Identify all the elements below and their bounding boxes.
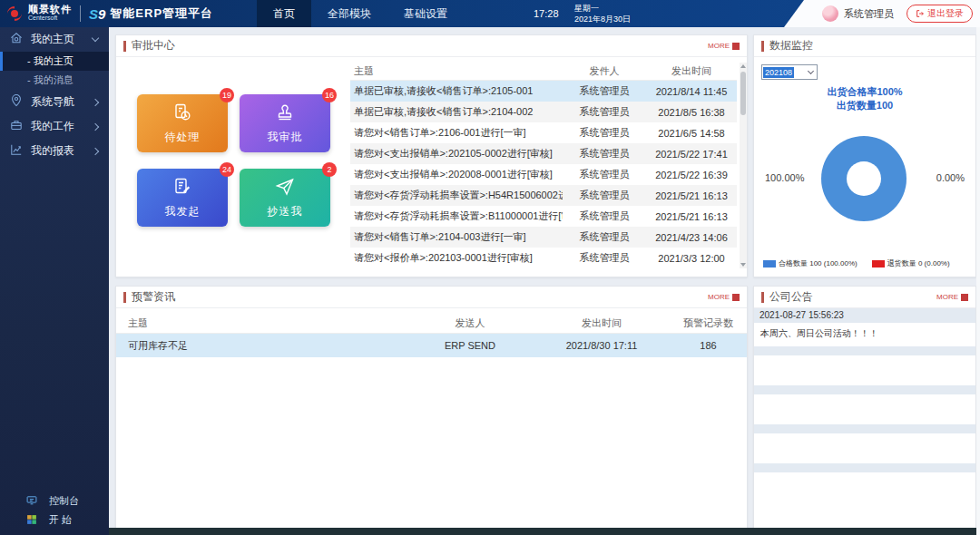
announce-more-link[interactable]: MORE [936, 293, 968, 301]
approval-row[interactable]: 单据已审核,请接收<销售订单>:2105-001系统管理员2021/8/14 1… [350, 81, 737, 102]
approval-scrollbar[interactable] [740, 63, 747, 268]
user-area: 系统管理员 退出登录 [784, 0, 980, 27]
row-sender: 系统管理员 [563, 251, 646, 265]
alert-news-panel: 预警资讯 MORE 主题发送人发出时间预警记录数 可用库存不足ERP SEND2… [115, 286, 748, 535]
chevron-right-icon [92, 147, 99, 154]
row-time: 2021/8/5 16:38 [646, 107, 737, 118]
chevron-right-icon [92, 98, 99, 105]
paper-plane-icon [274, 176, 296, 201]
nav-tab[interactable]: 首页 [257, 0, 311, 27]
user-avatar[interactable] [822, 5, 838, 22]
logout-label: 退出登录 [927, 7, 964, 20]
legend-swatch [763, 260, 776, 268]
row-subject: 请您对<报价单>:202103-0001进行[审核] [350, 251, 563, 265]
footer-item-label: 控制台 [49, 494, 79, 508]
row-sender: 系统管理员 [563, 126, 646, 140]
panel-accent-bar [123, 41, 126, 52]
sidebar-item[interactable]: 我的主页 [0, 27, 109, 52]
legend-label: 合格数量 100 (100.00%) [779, 258, 858, 268]
tile-label: 待处理 [165, 130, 201, 145]
approval-row[interactable]: 请您对<存货浮动耗损率设置>:B11000001进行[审核]系统管理员2021/… [350, 206, 737, 227]
approval-row[interactable]: 请您对<存货浮动耗损率设置>:H54R15006002进行[审核]系统管理员20… [350, 185, 737, 206]
left-percent-label: 100.00% [765, 172, 804, 183]
sidebar-menu: 我的主页- 我的主页- 我的消息系统导航我的工作我的报表 [0, 27, 109, 163]
chart-legend: 合格数量 100 (100.00%)退货数量 0 (0.00%) [763, 258, 950, 268]
centersoft-logo-icon [5, 5, 24, 23]
approval-panel-header: 审批中心 MORE [116, 35, 747, 57]
chevron-right-icon [92, 122, 99, 130]
row-subject: 单据已审核,请接收<销售订单>:2105-001 [350, 84, 563, 98]
approval-tile[interactable]: 我审批16 [240, 94, 330, 152]
erp-dashboard: 顺景软件 Centersoft S9 智能ERP管理平台 首页全部模块基础设置 … [0, 0, 980, 535]
briefcase-icon [9, 118, 24, 135]
scrollbar-thumb[interactable] [740, 72, 746, 115]
announcement-text[interactable]: 本周六、周日公司活动！！！ [754, 323, 975, 346]
row-sender: 系统管理员 [563, 105, 646, 119]
panel-accent-bar [761, 292, 764, 303]
approval-tile[interactable]: 待处理19 [137, 94, 228, 152]
bottom-taskbar-strip [109, 528, 980, 535]
stamp-icon [274, 102, 296, 127]
alerts-panel-header: 预警资讯 MORE [116, 287, 747, 308]
chevron-down-icon [92, 34, 99, 42]
alerts-more-link[interactable]: MORE [708, 293, 740, 301]
announcement-date [754, 346, 975, 355]
approval-row[interactable]: 请您对<销售订单>:2106-001进行[一审]系统管理员2021/6/5 14… [350, 122, 737, 143]
announce-panel-title: 公司公告 [769, 289, 813, 305]
alert-row[interactable]: 可用库存不足ERP SEND2021/8/30 17:11186 [116, 334, 747, 357]
column-header: 发件人 [563, 64, 646, 78]
approval-tile[interactable]: 抄送我2 [240, 169, 330, 227]
app-title: 智能ERP管理平台 [110, 5, 213, 22]
nav-tab[interactable]: 基础设置 [387, 0, 464, 27]
announcement-date [754, 463, 975, 472]
announcement-item [754, 424, 975, 463]
approval-row[interactable]: 请您对<支出报销单>:202008-0001进行[审核]系统管理员2021/5/… [350, 164, 737, 185]
nav-tab[interactable]: 全部模块 [311, 0, 387, 27]
monitor-panel-title: 数据监控 [769, 38, 813, 54]
top-bar: 顺景软件 Centersoft S9 智能ERP管理平台 首页全部模块基础设置 … [0, 0, 980, 27]
approval-more-link[interactable]: MORE [708, 42, 740, 50]
tile-label: 我发起 [165, 204, 201, 219]
sidebar-item[interactable]: 我的工作 [0, 114, 109, 139]
announcement-list: 2021-08-27 15:56:23本周六、周日公司活动！！！ [754, 308, 975, 525]
sidebar-subitem[interactable]: - 我的消息 [0, 71, 109, 90]
row-time: 2021/8/14 11:45 [646, 86, 737, 97]
row-time: 2021/5/22 16:39 [646, 170, 737, 180]
sidebar-item[interactable]: 我的报表 [0, 139, 109, 163]
tile-label: 我审批 [268, 130, 303, 145]
count-badge: 16 [322, 88, 337, 102]
approval-row[interactable]: 请您对<销售订单>:2104-003进行[一审]系统管理员2021/4/23 1… [350, 227, 737, 248]
report-icon [9, 142, 24, 160]
row-time: 2021/3/3 12:00 [646, 253, 737, 264]
period-select[interactable]: 202108 [761, 64, 818, 80]
sidebar-subitem[interactable]: - 我的主页 [0, 52, 109, 71]
column-header: 发送人 [407, 316, 534, 330]
console-icon [25, 494, 38, 509]
approval-center-panel: 审批中心 MORE 待处理19我审批16我发起24抄送我2 主题发件人发出时间 … [115, 34, 748, 277]
user-name: 系统管理员 [844, 7, 894, 21]
sidebar-footer-item[interactable]: 开 始 [0, 511, 109, 530]
page-scrollbar[interactable] [976, 27, 980, 535]
row-time: 2021/5/21 16:13 [646, 211, 737, 222]
alerts-table-header: 主题发送人发出时间预警记录数 [116, 314, 747, 334]
approval-row[interactable]: 请您对<报价单>:202103-0001进行[审核]系统管理员2021/3/3 … [350, 248, 737, 268]
approval-row[interactable]: 请您对<支出报销单>:202105-0002进行[审核]系统管理员2021/5/… [350, 143, 737, 164]
legend-swatch [872, 260, 885, 268]
row-time: 2021/8/30 17:11 [534, 340, 670, 351]
row-subject: 请您对<销售订单>:2106-001进行[一审] [350, 126, 563, 140]
brand-divider [80, 5, 81, 22]
announcement-item: 2021-08-27 15:56:23本周六、周日公司活动！！！ [754, 308, 975, 346]
announcement-date: 2021-08-27 15:56:23 [754, 308, 975, 323]
date: 2021年8月30日 [574, 15, 631, 24]
logout-button[interactable]: 退出登录 [906, 5, 973, 23]
main-content: 审批中心 MORE 待处理19我审批16我发起24抄送我2 主题发件人发出时间 … [109, 27, 980, 535]
home-icon [9, 31, 24, 48]
alerts-table: 主题发送人发出时间预警记录数 可用库存不足ERP SEND2021/8/30 1… [116, 314, 747, 357]
sidebar-footer-item[interactable]: 控制台 [0, 491, 109, 511]
approval-tile[interactable]: 我发起24 [137, 169, 228, 227]
row-subject: 请您对<存货浮动耗损率设置>:H54R15006002进行[审核] [350, 189, 563, 202]
sidebar-item[interactable]: 系统导航 [0, 90, 109, 114]
column-header: 发出时间 [534, 316, 670, 330]
approval-row[interactable]: 单据已审核,请接收<销售订单>:2104-002系统管理员2021/8/5 16… [350, 102, 737, 122]
footer-item-label: 开 始 [49, 513, 72, 527]
